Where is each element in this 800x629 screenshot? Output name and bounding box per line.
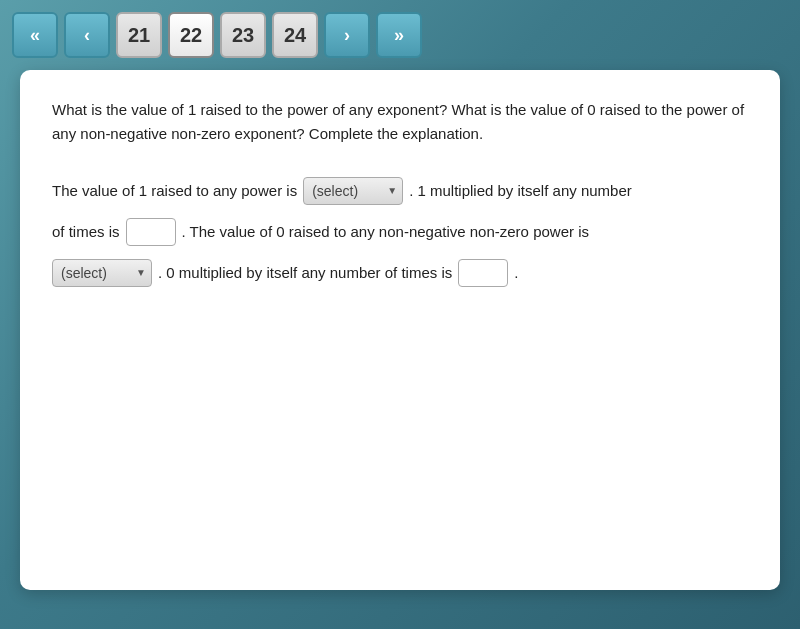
select1-wrapper: (select) 0 1 [303,177,403,205]
input2-field[interactable] [458,259,508,287]
explanation-area: The value of 1 raised to any power is (s… [52,174,748,289]
part2-prefix-text: of times is [52,215,120,248]
explanation-row-1: The value of 1 raised to any power is (s… [52,174,748,207]
fast-forward-button[interactable]: » [376,12,422,58]
page-21[interactable]: 21 [116,12,162,58]
rewind-button[interactable]: « [12,12,58,58]
part1-suffix-text: . 1 multiplied by itself any number [409,174,632,207]
page-22[interactable]: 22 [168,12,214,58]
part3-prefix-text: . 0 multiplied by itself any number of t… [158,256,452,289]
navigation-bar: « ‹ 21 22 23 24 › » [12,12,422,58]
forward-button[interactable]: › [324,12,370,58]
input1-field[interactable] [126,218,176,246]
back-button[interactable]: ‹ [64,12,110,58]
content-card: What is the value of 1 raised to the pow… [20,70,780,590]
page-23[interactable]: 23 [220,12,266,58]
part1-prefix-text: The value of 1 raised to any power is [52,174,297,207]
part2-suffix-text: . The value of 0 raised to any non-negat… [182,215,589,248]
select2-dropdown[interactable]: (select) 0 1 [52,259,152,287]
question-text: What is the value of 1 raised to the pow… [52,98,748,146]
period-text: . [514,256,518,289]
explanation-row-2: of times is . The value of 0 raised to a… [52,215,748,248]
select2-wrapper: (select) 0 1 [52,259,152,287]
page-24[interactable]: 24 [272,12,318,58]
select1-dropdown[interactable]: (select) 0 1 [303,177,403,205]
explanation-row-3: (select) 0 1 . 0 multiplied by itself an… [52,256,748,289]
